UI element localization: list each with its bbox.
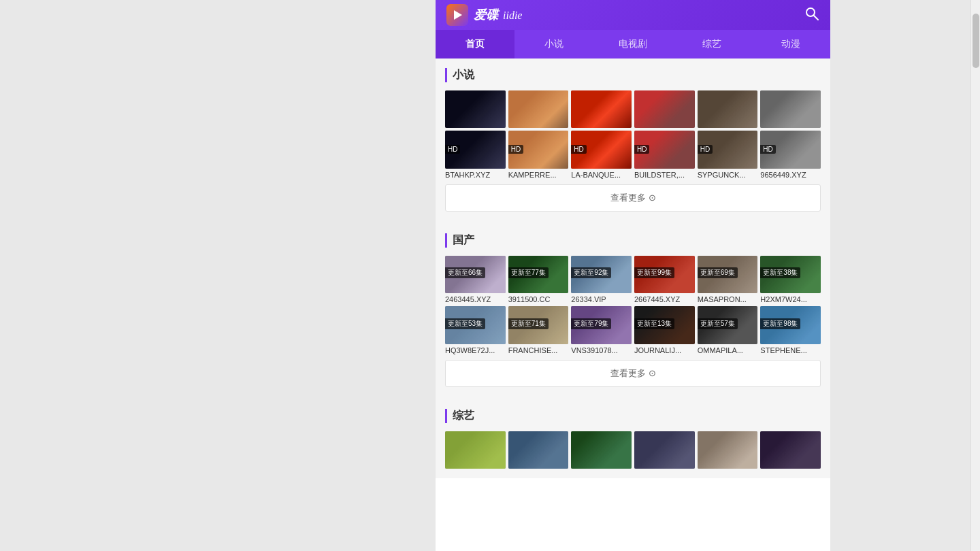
xiaoshuo-row-2: HD BTAHKP.XYZ HD KAMPERRE... [445, 131, 821, 178]
card-title: VNS391078... [571, 346, 632, 354]
search-button[interactable] [804, 6, 819, 24]
card-title: JOURNALIJ... [634, 346, 695, 354]
card-title: FRANCHISE... [508, 346, 569, 354]
header: 爱碟 iidie [436, 0, 830, 30]
section-title-zongyi: 综艺 [445, 409, 821, 423]
list-item[interactable]: 更新至13集 JOURNALIJ... [634, 306, 695, 354]
card-title: STEPHENE... [760, 346, 821, 354]
episode-badge: 更新至77集 [508, 267, 549, 278]
list-item[interactable]: 更新至66集 2463445.XYZ [445, 256, 506, 303]
episode-badge: 更新至13集 [634, 318, 674, 329]
hd-badge: HD [508, 145, 523, 154]
guochan-row-2: 更新至53集 HQ3W8E72J... 更新至71集 FRANCHISE... [445, 306, 821, 354]
nav-tabs: 首页 小说 电视剧 综艺 动漫 [436, 30, 830, 59]
guochan-row-1: 更新至66集 2463445.XYZ 更新至77集 3911500.CC [445, 256, 821, 303]
card-title: SYPGUNCK... [698, 171, 758, 179]
card-title: H2XM7W24... [760, 295, 821, 303]
list-item[interactable]: 更新至53集 HQ3W8E72J... [445, 306, 506, 354]
list-item[interactable]: 更新至79集 VNS391078... [571, 306, 632, 354]
episode-badge: 更新至38集 [760, 267, 800, 278]
list-item[interactable]: HD SYPGUNCK... [698, 131, 758, 178]
section-title-guochan: 国产 [445, 233, 821, 248]
list-item[interactable]: 更新至99集 2667445.XYZ [634, 256, 695, 303]
list-item[interactable]: 更新至77集 3911500.CC [508, 256, 569, 303]
episode-badge: 更新至99集 [634, 267, 674, 278]
list-item[interactable] [508, 431, 569, 469]
zongyi-row-1 [445, 431, 821, 469]
card-title: LA-BANQUE... [571, 171, 632, 179]
list-item[interactable] [571, 431, 632, 469]
list-item[interactable]: 更新至71集 FRANCHISE... [508, 306, 569, 354]
hd-badge: HD [634, 145, 649, 154]
hd-badge: HD [760, 145, 775, 154]
main-content: 小说 [436, 59, 830, 478]
list-item[interactable]: HD LA-BANQUE... [571, 131, 632, 178]
logo: 爱碟 iidie [446, 4, 522, 26]
list-item[interactable]: HD 9656449.XYZ [760, 131, 821, 178]
chevron-icon: ⊙ [649, 368, 656, 378]
xiaoshuo-row-1 [445, 90, 821, 128]
hd-badge: HD [445, 145, 460, 154]
list-item[interactable]: HD KAMPERRE... [508, 131, 569, 178]
list-item[interactable] [698, 431, 758, 469]
list-item[interactable] [634, 431, 695, 469]
list-item[interactable] [571, 90, 632, 128]
card-title: 3911500.CC [508, 295, 569, 303]
list-item[interactable]: 更新至98集 STEPHENE... [760, 306, 821, 354]
episode-badge: 更新至92集 [571, 267, 611, 278]
tab-home[interactable]: 首页 [436, 30, 514, 59]
scrollbar-thumb[interactable] [973, 14, 979, 68]
list-item[interactable]: 更新至57集 OMMAPILA... [698, 306, 758, 354]
view-more-xiaoshuo[interactable]: 查看更多 ⊙ [445, 184, 821, 212]
card-title: BUILDSTER,... [634, 171, 695, 179]
hd-badge: HD [571, 145, 586, 154]
card-title: 26334.VIP [571, 295, 632, 303]
svg-marker-0 [454, 10, 462, 20]
list-item[interactable] [508, 90, 569, 128]
tab-zongyi[interactable]: 综艺 [672, 30, 751, 59]
episode-badge: 更新至98集 [760, 318, 800, 329]
list-item[interactable]: 更新至69集 MASAPRON... [698, 256, 758, 303]
svg-line-2 [814, 15, 819, 20]
section-zongyi: 综艺 [436, 399, 830, 478]
list-item[interactable]: 更新至38集 H2XM7W24... [760, 256, 821, 303]
view-more-guochan[interactable]: 查看更多 ⊙ [445, 360, 821, 387]
section-title-xiaoshuo: 小说 [445, 68, 821, 82]
episode-badge: 更新至53集 [445, 318, 485, 329]
list-item[interactable]: HD BTAHKP.XYZ [445, 131, 506, 178]
episode-badge: 更新至69集 [698, 267, 738, 278]
tab-dianshiju[interactable]: 电视剧 [593, 30, 672, 59]
card-title: KAMPERRE... [508, 171, 569, 179]
card-title: HQ3W8E72J... [445, 346, 506, 354]
episode-badge: 更新至79集 [571, 318, 611, 329]
scrollbar[interactable] [970, 0, 980, 551]
card-title: 2667445.XYZ [634, 295, 695, 303]
episode-badge: 更新至57集 [698, 318, 738, 329]
section-xiaoshuo: 小说 [436, 59, 830, 224]
tab-dongman[interactable]: 动漫 [751, 30, 830, 59]
card-title: 2463445.XYZ [445, 295, 506, 303]
list-item[interactable] [445, 431, 506, 469]
card-title: OMMAPILA... [698, 346, 758, 354]
chevron-icon: ⊙ [649, 193, 656, 203]
list-item[interactable] [698, 90, 758, 128]
list-item[interactable] [445, 90, 506, 128]
section-guochan: 国产 更新至66集 2463445.XYZ 更新至77集 [436, 224, 830, 399]
list-item[interactable] [634, 90, 695, 128]
logo-icon [446, 4, 468, 26]
card-title: BTAHKP.XYZ [445, 171, 506, 179]
hd-badge: HD [698, 145, 713, 154]
card-title: MASAPRON... [698, 295, 758, 303]
card-title: 9656449.XYZ [760, 171, 821, 179]
tab-xiaoshuo[interactable]: 小说 [514, 30, 593, 59]
episode-badge: 更新至66集 [445, 267, 485, 278]
episode-badge: 更新至71集 [508, 318, 549, 329]
list-item[interactable]: HD BUILDSTER,... [634, 131, 695, 178]
list-item[interactable]: 更新至92集 26334.VIP [571, 256, 632, 303]
list-item[interactable] [760, 431, 821, 469]
logo-text: 爱碟 iidie [474, 7, 522, 23]
list-item[interactable] [760, 90, 821, 128]
